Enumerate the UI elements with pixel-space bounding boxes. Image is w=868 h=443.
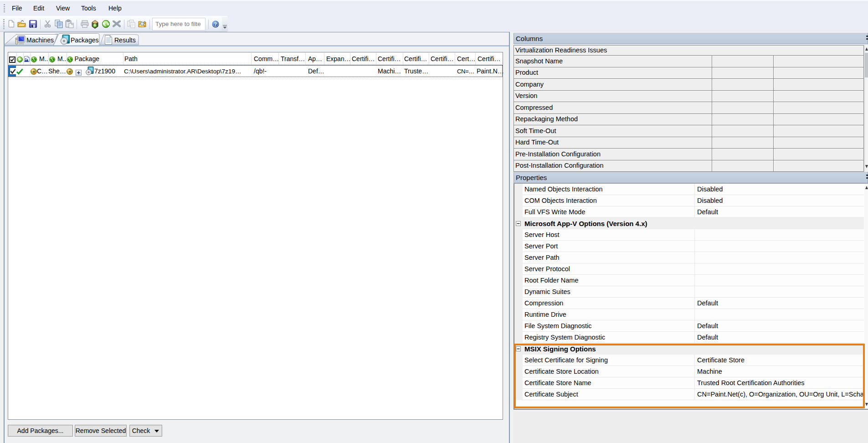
svg-text:?: ? bbox=[214, 21, 217, 27]
